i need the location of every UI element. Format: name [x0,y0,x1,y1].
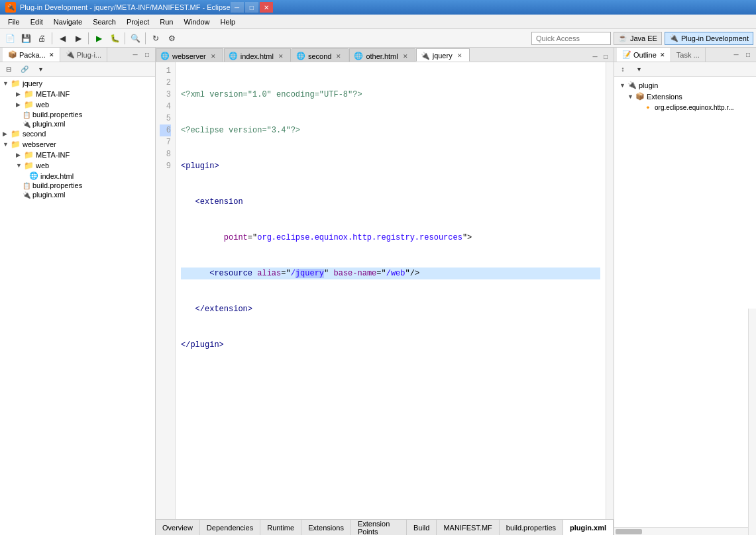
outline-scrollbar[interactable] [748,309,756,535]
tab-package-explorer[interactable]: 📦 Packa... ✕ [3,48,60,62]
outline-menu-button[interactable]: ▾ [631,62,646,77]
tab-close-button[interactable]: ✕ [211,53,216,60]
tab-manifest[interactable]: MANIFEST.MF [437,520,499,535]
tree-item-webserver[interactable]: ▼ 📁 webserver [0,139,155,150]
forward-button[interactable]: ▶ [71,31,85,46]
menu-search[interactable]: Search [87,17,121,27]
tree-item-webserver-web[interactable]: ▼ 📁 web [0,160,155,171]
tab-close-button[interactable]: ✕ [278,53,284,60]
plugin-exp-icon: 🔌 [66,50,75,59]
tab-build[interactable]: Build [407,520,437,535]
tree-label: web [36,162,49,170]
tab-build-properties[interactable]: build.properties [500,520,563,535]
html-tab-icon: 🌐 [229,52,238,60]
tree-label: jquery [23,79,42,87]
tab-tasks[interactable]: Task ... [671,48,706,62]
menu-window[interactable]: Window [178,17,215,27]
equinox-icon: 🔸 [643,103,653,112]
run-button[interactable]: ▶ [91,31,106,46]
tree-item-second[interactable]: ▶ 📁 second [0,128,155,139]
center-panel: 🌐 webserver ✕ 🌐 index.html ✕ 🌐 second ✕ … [156,48,614,535]
right-panel-header: 📝 Outline ✕ Task ... ─ □ [614,48,756,62]
tree-item-meta-inf[interactable]: ▶ 📁 META-INF [0,89,155,99]
perspective-javaee[interactable]: ☕ Java EE [614,32,662,45]
search-button[interactable]: 🔍 [128,31,142,46]
menu-project[interactable]: Project [121,17,154,27]
tab-close-button[interactable]: ✕ [336,53,341,60]
tab-runtime[interactable]: Runtime [260,520,301,535]
code-text[interactable]: <?xml version="1.0" encoding="UTF-8"?> <… [176,62,606,519]
outline-hscroll[interactable] [614,527,748,535]
maximize-panel-button[interactable]: □ [142,50,152,60]
minimize-editor-button[interactable]: ─ [590,51,600,62]
tree-toolbar: ⊟ 🔗 ▾ [0,62,155,77]
tab-outline[interactable]: 📝 Outline ✕ [617,48,671,62]
tab-extension-points[interactable]: Extension Points [351,520,407,535]
close-button[interactable]: ✕ [260,2,273,13]
menu-run[interactable]: Run [154,17,178,27]
tree-item-webserver-meta-inf[interactable]: ▶ 📁 META-INF [0,150,155,160]
maximize-right-button[interactable]: □ [743,50,753,60]
link-editor-button[interactable]: 🔗 [17,62,32,77]
minimize-button[interactable]: ─ [231,2,244,13]
menubar: File Edit Navigate Search Project Run Wi… [0,15,756,29]
minimize-panel-button[interactable]: ─ [130,50,140,60]
tab-other-html[interactable]: 🌐 other.html ✕ [349,48,415,62]
left-panel-header: 📦 Packa... ✕ 🔌 Plug-i... ─ □ [0,48,155,62]
tree-label: second [23,130,46,138]
separator3 [125,32,125,44]
tree-item-build-props-webserver[interactable]: 📋 build.properties [0,181,155,190]
minimize-right-button[interactable]: ─ [731,50,741,60]
tab-webserver[interactable]: 🌐 webserver ✕ [156,48,223,62]
collapse-all-button[interactable]: ⊟ [1,62,16,77]
back-button[interactable]: ◀ [55,31,70,46]
maximize-button[interactable]: □ [245,2,258,13]
expand-icon: ▼ [627,93,634,100]
tab-overview[interactable]: Overview [156,520,200,535]
tab-close-button[interactable]: ✕ [403,53,408,60]
menu-edit[interactable]: Edit [25,17,48,27]
code-editor[interactable]: 1 2 3 4 5 6 7 8 9 <?xml version="1.0" en… [156,62,614,519]
outline-item-equinox[interactable]: 🔸 org.eclipse.equinox.http.r... [617,102,753,113]
tree-label: plugin.xml [32,120,66,128]
line-num: 1 [160,65,171,77]
tab-plugin-label: Plug-i... [77,51,101,59]
tab-index-html[interactable]: 🌐 index.html ✕ [224,48,291,62]
tree-item-web[interactable]: ▶ 📁 web [0,99,155,110]
tree-menu-button[interactable]: ▾ [33,62,48,77]
tree-item-plugin-xml-jquery[interactable]: 🔌 plugin.xml [0,119,155,128]
menu-help[interactable]: Help [215,17,241,27]
print-button[interactable]: 🖨 [34,31,49,46]
outline-toolbar: ↕ ▾ [614,62,756,77]
tree-item-jquery[interactable]: ▼ 📁 jquery [0,78,155,89]
tab-jquery[interactable]: 🔌 jquery ✕ [416,48,470,62]
tab-close-button[interactable]: ✕ [457,52,462,59]
menu-navigate[interactable]: Navigate [48,17,87,27]
menu-file[interactable]: File [3,17,25,27]
editor-scrollbar[interactable] [606,62,614,519]
outline-sort-button[interactable]: ↕ [616,62,630,77]
tree-item-index-html[interactable]: 🌐 index.html [0,171,155,181]
tree-item-build-props-jquery[interactable]: 📋 build.properties [0,110,155,119]
tree-item-plugin-xml-webserver[interactable]: 🔌 plugin.xml [0,190,155,199]
quick-access-input[interactable] [531,32,611,45]
debug-button[interactable]: 🐛 [107,31,122,46]
perspective-plugin[interactable]: 🔌 Plug-in Development [665,32,753,45]
settings-button[interactable]: ⚙ [164,31,179,46]
tab-extensions[interactable]: Extensions [301,520,351,535]
outline-item-plugin[interactable]: ▼ 🔌 plugin [617,79,753,91]
separator1 [52,32,52,44]
outline-close[interactable]: ✕ [660,52,665,58]
maximize-editor-button[interactable]: □ [600,51,611,62]
outline-item-extensions[interactable]: ▼ 📦 Extensions [617,91,753,102]
save-button[interactable]: 💾 [19,31,33,46]
new-button[interactable]: 📄 [3,31,17,46]
tab-package-close[interactable]: ✕ [49,52,54,58]
tab-plugin-explorer[interactable]: 🔌 Plug-i... [60,48,107,62]
tab-plugin-xml[interactable]: plugin.xml [563,520,614,535]
tree-label: META-INF [36,90,70,98]
tab-dependencies[interactable]: Dependencies [200,520,260,535]
tab-second[interactable]: 🌐 second ✕ [292,48,349,62]
outline-label: Outline [633,51,657,59]
refresh-button[interactable]: ↻ [148,31,163,46]
